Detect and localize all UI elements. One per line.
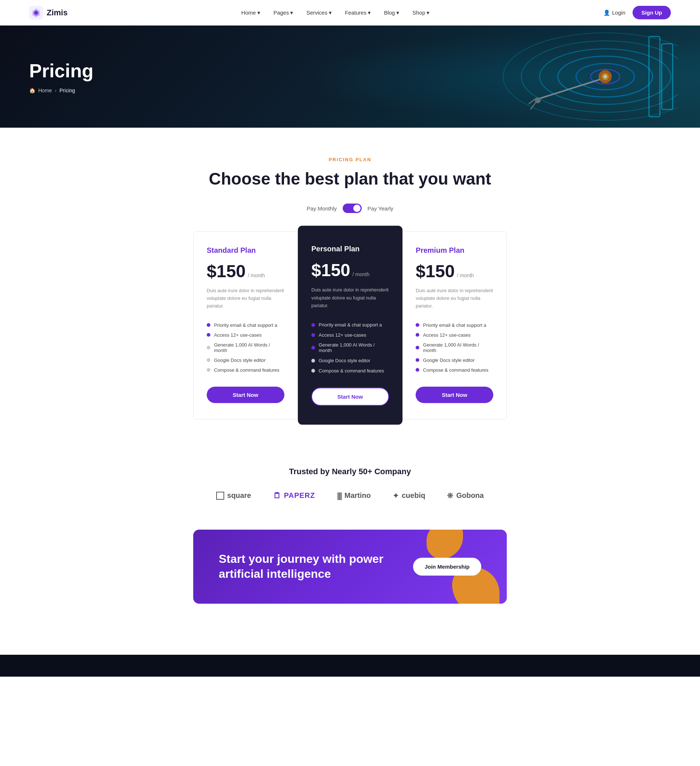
hero-title: Pricing xyxy=(29,60,93,82)
trusted-logos: square 🗒 PAPERZ ||| Martino ✦ cuebiq ❊ G… xyxy=(7,491,693,500)
cuebiq-label: cuebiq xyxy=(402,491,425,500)
breadcrumb: 🏠 Home › Pricing xyxy=(29,87,93,93)
standard-plan-desc: Duis aute irure dolor in reprehenderit v… xyxy=(207,287,284,310)
list-item: Compose & command features xyxy=(207,365,284,375)
paperz-icon: 🗒 xyxy=(273,491,281,500)
logo-text: Zimis xyxy=(47,8,68,17)
logo-icon xyxy=(29,6,43,20)
gobona-icon: ❊ xyxy=(447,491,453,500)
billing-toggle: Pay Monthly Pay Yearly xyxy=(193,204,507,213)
premium-price-period: / month xyxy=(457,272,474,278)
premium-plan-name: Premium Plan xyxy=(416,246,493,255)
nav-blog[interactable]: Blog ▾ xyxy=(384,9,399,16)
list-item: Priority email & chat support a xyxy=(311,320,389,330)
signup-button[interactable]: Sign Up xyxy=(632,6,671,19)
feature-dot xyxy=(207,333,210,337)
footer xyxy=(0,655,700,677)
nav-actions: 👤 Login Sign Up xyxy=(604,6,671,19)
list-item: Priority email & chat support a xyxy=(416,320,493,330)
feature-dot xyxy=(416,323,419,327)
hero-banner: Pricing 🏠 Home › Pricing xyxy=(0,25,700,128)
trusted-section: Trusted by Nearly 50+ Company square 🗒 P… xyxy=(0,442,700,522)
list-item: Access 12+ use-cases xyxy=(416,330,493,340)
martino-label: Martino xyxy=(344,491,371,500)
breadcrumb-home-icon: 🏠 xyxy=(29,87,35,93)
pricing-section: PRICING PLAN Choose the best plan that y… xyxy=(186,128,514,442)
feature-dot xyxy=(311,346,315,350)
premium-plan-cta[interactable]: Start Now xyxy=(416,387,493,403)
cuebiq-icon: ✦ xyxy=(393,491,399,500)
cta-banner: Start your journey with power artificial… xyxy=(193,530,507,604)
standard-plan-features: Priority email & chat support a Access 1… xyxy=(207,320,284,375)
pricing-section-title: Choose the best plan that you want xyxy=(193,169,507,189)
personal-plan-price: $150 / month xyxy=(311,260,389,280)
pricing-card-personal: Personal Plan $150 / month Duis aute iru… xyxy=(298,226,403,425)
logo-square: square xyxy=(216,491,251,500)
feature-dot xyxy=(311,323,315,327)
hero-text: Pricing 🏠 Home › Pricing xyxy=(29,60,93,93)
list-item: Google Docs style editor xyxy=(416,355,493,365)
pricing-card-standard: Standard Plan $150 / month Duis aute iru… xyxy=(193,231,298,419)
nav-home[interactable]: Home ▾ xyxy=(241,9,260,16)
martino-icon: ||| xyxy=(337,491,341,500)
pricing-cards: Standard Plan $150 / month Duis aute iru… xyxy=(193,231,507,419)
feature-dot xyxy=(207,323,210,327)
feature-dot xyxy=(416,368,419,372)
svg-point-12 xyxy=(604,75,607,78)
square-label: square xyxy=(227,491,251,500)
personal-plan-features: Priority email & chat support a Access 1… xyxy=(311,320,389,376)
nav-features[interactable]: Features ▾ xyxy=(345,9,371,16)
list-item: Access 12+ use-cases xyxy=(207,330,284,340)
logo[interactable]: Zimis xyxy=(29,6,68,20)
premium-plan-price: $150 / month xyxy=(416,261,493,281)
feature-dot xyxy=(207,346,210,350)
list-item: Compose & command features xyxy=(311,366,389,376)
standard-price-period: / month xyxy=(248,272,265,278)
personal-price-period: / month xyxy=(352,271,369,277)
feature-dot xyxy=(416,346,419,350)
premium-plan-desc: Duis aute irure dolor in reprehenderit v… xyxy=(416,287,493,310)
cta-join-button[interactable]: Join Membership xyxy=(413,558,481,576)
list-item: Access 12+ use-cases xyxy=(311,330,389,340)
list-item: Generate 1,000 AI Words / month xyxy=(207,340,284,355)
list-item: Compose & command features xyxy=(416,365,493,375)
feature-dot xyxy=(416,333,419,337)
nav-services[interactable]: Services ▾ xyxy=(306,9,332,16)
personal-plan-cta[interactable]: Start Now xyxy=(311,388,389,406)
list-item: Generate 1,000 AI Words / month xyxy=(416,340,493,355)
feature-dot xyxy=(207,368,210,372)
feature-dot xyxy=(311,359,315,362)
feature-dot xyxy=(207,358,210,362)
standard-price-amount: $150 xyxy=(207,261,246,281)
breadcrumb-home-link[interactable]: Home xyxy=(38,87,52,93)
logo-cuebiq: ✦ cuebiq xyxy=(393,491,425,500)
feature-dot xyxy=(311,333,315,337)
list-item: Google Docs style editor xyxy=(311,356,389,366)
personal-plan-desc: Duis aute irure dolor in reprehenderit v… xyxy=(311,286,389,310)
billing-toggle-switch[interactable] xyxy=(343,204,362,213)
paperz-label: PAPERZ xyxy=(284,491,315,500)
square-icon xyxy=(216,492,224,500)
hero-background-visual xyxy=(423,25,678,128)
billing-yearly-label: Pay Yearly xyxy=(368,205,393,212)
feature-dot xyxy=(416,358,419,362)
feature-dot xyxy=(311,369,315,372)
navbar: Zimis Home ▾ Pages ▾ Services ▾ Features… xyxy=(0,0,700,25)
cta-text: Start your journey with power artificial… xyxy=(219,552,386,582)
pricing-section-label: PRICING PLAN xyxy=(193,157,507,162)
breadcrumb-separator: › xyxy=(55,87,57,93)
pricing-card-premium: Premium Plan $150 / month Duis aute irur… xyxy=(402,231,507,419)
personal-plan-name: Personal Plan xyxy=(311,245,389,253)
personal-price-amount: $150 xyxy=(311,260,350,280)
billing-monthly-label: Pay Monthly xyxy=(307,205,337,212)
list-item: Priority email & chat support a xyxy=(207,320,284,330)
nav-shop[interactable]: Shop ▾ xyxy=(412,9,430,16)
login-button[interactable]: 👤 Login xyxy=(604,9,626,16)
svg-point-3 xyxy=(34,11,38,14)
premium-price-amount: $150 xyxy=(416,261,455,281)
standard-plan-cta[interactable]: Start Now xyxy=(207,387,284,403)
logo-gobona: ❊ Gobona xyxy=(447,491,484,500)
svg-rect-17 xyxy=(649,36,660,117)
list-item: Google Docs style editor xyxy=(207,355,284,365)
nav-pages[interactable]: Pages ▾ xyxy=(273,9,294,16)
